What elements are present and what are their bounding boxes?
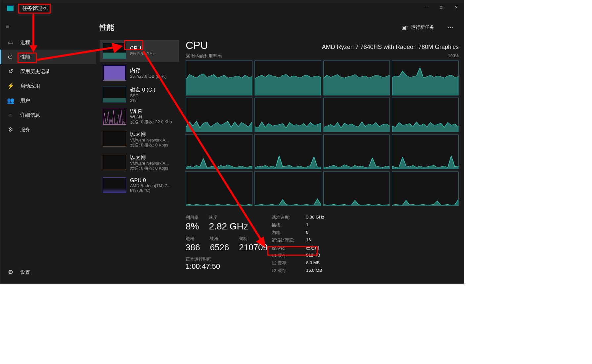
- close-button[interactable]: ✕: [449, 0, 464, 14]
- mini-eth-thumb: [103, 154, 126, 170]
- mini-cpu-thumb: [103, 43, 126, 59]
- cpu-spec-table: 基准速度:3.80 GHz 插槽:1 内核:8 逻辑处理器:16 虚拟化:已启用…: [272, 215, 329, 275]
- mini-sub: SSD: [130, 94, 155, 98]
- mini-item-ethernet-2[interactable]: 以太网 VMware Network A... 发送: 0 接收: 0 Kbps: [100, 151, 179, 174]
- uptime-block: 正常运行时间 1:00:47:50: [186, 256, 220, 271]
- core-graph: [254, 98, 321, 133]
- spec-key: L3 缓存:: [272, 268, 298, 275]
- sidebar-item-users[interactable]: 👥 用户: [0, 93, 96, 108]
- core-graph: [323, 171, 390, 206]
- spec-val: 已启用: [306, 245, 329, 253]
- svg-marker-6: [324, 122, 390, 132]
- mini-memory-thumb: [103, 65, 126, 81]
- mini-item-ethernet-1[interactable]: 以太网 VMware Network A... 发送: 0 接收: 0 Kbps: [100, 128, 179, 151]
- svg-marker-12: [186, 204, 252, 206]
- mini-eth-thumb: [103, 131, 126, 147]
- core-graph: [186, 61, 252, 96]
- startup-icon: ⚡: [7, 82, 14, 90]
- minimize-button[interactable]: ─: [418, 0, 433, 14]
- stat-value: 8%: [186, 221, 199, 232]
- sidebar-item-details[interactable]: ≡ 详细信息: [0, 108, 96, 122]
- svg-marker-7: [392, 122, 458, 132]
- spec-key: 内核:: [272, 230, 298, 237]
- stat-label: 进程: [186, 236, 200, 242]
- uptime-value: 1:00:47:50: [186, 262, 220, 271]
- mini-title: 内存: [130, 67, 166, 74]
- cpu-full-name: AMD Ryzen 7 7840HS with Radeon 780M Grap…: [322, 44, 459, 51]
- more-button[interactable]: ⋯: [445, 22, 456, 32]
- svg-marker-5: [255, 122, 321, 132]
- sidebar-item-services[interactable]: ⚙ 服务: [0, 122, 96, 137]
- svg-marker-0: [186, 74, 252, 95]
- services-icon: ⚙: [7, 126, 14, 133]
- svg-marker-14: [324, 200, 390, 206]
- svg-marker-2: [324, 74, 390, 95]
- svg-marker-11: [392, 156, 458, 169]
- processes-icon: ▭: [7, 39, 14, 46]
- sidebar-item-label: 详细信息: [20, 112, 40, 118]
- spec-val: 16: [306, 237, 329, 245]
- core-graph: [186, 171, 252, 206]
- run-task-icon: ▣⁺: [402, 25, 408, 30]
- core-graph: [186, 98, 252, 133]
- history-icon: ↺: [7, 68, 14, 75]
- spec-key: L1 缓存:: [272, 253, 298, 260]
- sidebar-item-label: 设置: [20, 269, 30, 275]
- maximize-button[interactable]: ☐: [433, 0, 449, 14]
- mini-title: 以太网: [130, 154, 169, 161]
- sidebar-item-settings[interactable]: ⚙ 设置: [0, 265, 96, 279]
- spec-val: 8: [306, 230, 329, 237]
- core-graph: [392, 134, 459, 169]
- axis-left-label: 60 秒内的利用率 %: [186, 54, 222, 59]
- core-graph: [254, 134, 321, 169]
- app-icon: [7, 6, 14, 11]
- sidebar-item-performance[interactable]: ⏲ 性能: [0, 50, 96, 64]
- sidebar-item-app-history[interactable]: ↺ 应用历史记录: [0, 64, 96, 79]
- mini-item-disk[interactable]: 磁盘 0 (C:) SSD 2%: [100, 84, 179, 106]
- mini-title: CPU: [130, 46, 155, 52]
- spec-key: 插槽:: [272, 222, 298, 230]
- core-graph-grid[interactable]: [186, 61, 459, 206]
- spec-val: 1: [306, 222, 329, 230]
- core-graph: [254, 61, 321, 96]
- sidebar-item-label: 用户: [20, 98, 30, 104]
- mini-sub2: 8% (36 °C): [130, 188, 170, 193]
- spec-val: 3.80 GHz: [306, 215, 329, 222]
- spec-key: 基准速度:: [272, 215, 298, 222]
- mini-item-gpu[interactable]: GPU 0 AMD Radeon(TM) 7... 8% (36 °C): [100, 174, 179, 196]
- core-graph: [186, 134, 252, 169]
- svg-marker-8: [186, 158, 252, 169]
- svg-marker-15: [392, 199, 458, 206]
- mini-wifi-thumb: [103, 109, 126, 125]
- spec-key: 虚拟化:: [272, 245, 298, 253]
- run-new-task-button[interactable]: ▣⁺ 运行新任务: [399, 23, 437, 32]
- spec-val: 8.0 MB: [306, 260, 329, 268]
- mini-sub: WLAN: [130, 115, 172, 119]
- mini-sub: VMware Network A...: [130, 138, 169, 142]
- sidebar-item-label: 进程: [20, 39, 30, 46]
- core-graph: [392, 171, 459, 206]
- run-task-label: 运行新任务: [411, 24, 434, 30]
- sidebar-item-label: 应用历史记录: [20, 68, 50, 75]
- stat-label: 利用率: [186, 215, 199, 221]
- cpu-heading: CPU: [186, 39, 208, 52]
- mini-item-wifi[interactable]: Wi-Fi WLAN 发送: 0 接收: 32.0 Kbp: [100, 106, 179, 128]
- sidebar-item-label: 性能: [20, 54, 30, 60]
- core-graph: [392, 61, 459, 96]
- mini-gpu-thumb: [103, 177, 126, 193]
- mini-item-memory[interactable]: 内存 23.7/27.8 GB (85%): [100, 62, 179, 84]
- stat-label: 句柄: [239, 236, 268, 242]
- axis-right-label: 100%: [448, 54, 459, 59]
- svg-marker-13: [255, 199, 321, 206]
- mini-sub: VMware Network A...: [130, 161, 169, 166]
- mini-item-cpu[interactable]: CPU 8% 2.82 GHz: [100, 40, 179, 62]
- task-manager-window: 任务管理器 ─ ☐ ✕ ≡ ▭ 进程 ⏲ 性能 ↺ 应用历史记录: [0, 0, 464, 284]
- sidebar-item-startup[interactable]: ⚡ 启动应用: [0, 79, 96, 93]
- stat-value: 2.82 GHz: [209, 221, 248, 232]
- spec-val: 16.0 MB: [306, 268, 329, 275]
- mini-sub2: 发送: 0 接收: 32.0 Kbp: [130, 119, 172, 125]
- sidebar-item-processes[interactable]: ▭ 进程: [0, 35, 96, 50]
- svg-marker-9: [255, 156, 321, 169]
- svg-marker-10: [324, 158, 390, 169]
- hamburger-button[interactable]: ≡: [0, 20, 96, 32]
